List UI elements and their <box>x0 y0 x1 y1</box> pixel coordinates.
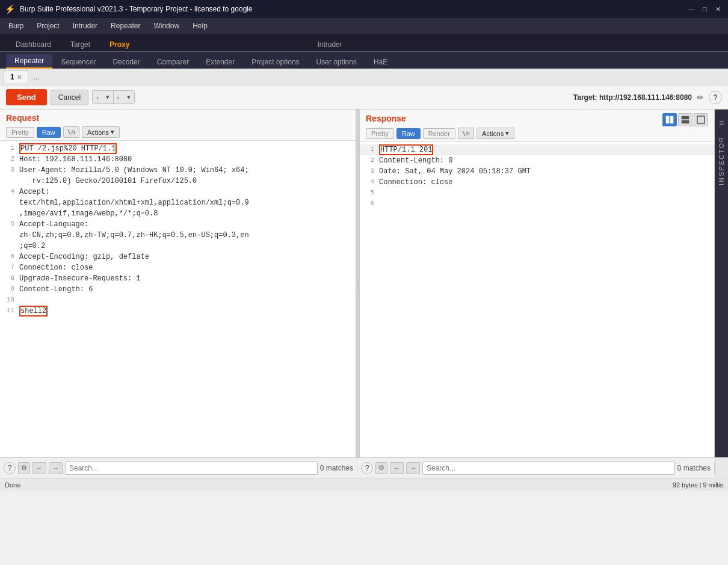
resp-code-line-4: 4 Connection: close <box>360 177 714 188</box>
response-pretty-btn[interactable]: Pretty <box>366 128 394 139</box>
app-icon: ⚡ <box>5 4 15 14</box>
line-content-11: shell2 <box>19 306 48 316</box>
menu-burp[interactable]: Burp <box>2 20 29 32</box>
request-raw-btn[interactable]: Raw <box>37 127 61 138</box>
nav-forward-button[interactable]: › <box>114 91 123 103</box>
resp-line-content-3: Date: Sat, 04 May 2024 05:18:37 GMT <box>379 166 531 177</box>
request-tab-1[interactable]: 1 ✕ <box>4 70 28 83</box>
line-content-5: Accept-Language: <box>19 219 88 230</box>
subtab-user-options[interactable]: User options <box>308 55 365 69</box>
target-label: Target: http://192.168.111.146:8080 <box>138 93 693 102</box>
svg-rect-2 <box>682 116 689 119</box>
tab-target[interactable]: Target <box>61 38 100 51</box>
line-content-4b: text/html,application/xhtml+xml,applicat… <box>19 197 249 208</box>
tab-close-icon[interactable]: ✕ <box>17 74 22 81</box>
tab-intruder[interactable]: Intruder <box>307 38 351 51</box>
code-line-9: 9 Content-Length: 6 <box>0 284 356 295</box>
line-content-8: Upgrade-Insecure-Requests: 1 <box>19 273 141 284</box>
tab-proxy[interactable]: Proxy <box>100 38 139 51</box>
line-num-5c <box>2 241 14 252</box>
line-content-4c: ,image/avif,image/webp,*/*;q=0.8 <box>19 208 158 219</box>
send-button[interactable]: Send <box>6 89 47 105</box>
target-help-button[interactable]: ? <box>709 91 722 104</box>
tab-tray: 1 ✕ … <box>0 69 728 85</box>
tab-dashboard[interactable]: Dashboard <box>6 38 61 51</box>
response-matches-label: 0 matches <box>677 464 711 472</box>
menu-project[interactable]: Project <box>31 20 65 32</box>
cancel-button[interactable]: Cancel <box>51 90 88 105</box>
actions-label: Actions <box>87 129 109 136</box>
line-num-9: 9 <box>2 284 14 295</box>
response-panel-toolbar: Pretty Raw Render \n Actions ▾ <box>366 126 708 140</box>
response-raw-btn[interactable]: Raw <box>396 128 421 139</box>
response-render-btn[interactable]: Render <box>423 128 455 139</box>
response-search-input[interactable] <box>422 462 675 475</box>
subtab-comparer[interactable]: Comparer <box>149 55 197 69</box>
subtab-repeater[interactable]: Repeater <box>6 54 52 69</box>
view-single-btn[interactable] <box>694 113 708 126</box>
req-search-help-btn[interactable]: ? <box>4 462 16 474</box>
view-split-vert-btn[interactable] <box>662 113 677 126</box>
subtab-decoder[interactable]: Decoder <box>104 55 148 69</box>
close-button[interactable]: ✕ <box>712 4 723 14</box>
code-line-5: 5 Accept-Language: <box>0 219 356 230</box>
target-edit-button[interactable]: ✏ <box>696 91 705 103</box>
req-search-back-btn[interactable]: ← <box>32 462 46 474</box>
line-num-8: 8 <box>2 273 14 284</box>
response-actions-label: Actions <box>482 130 504 137</box>
req-search-forward-btn[interactable]: → <box>49 462 63 474</box>
menu-repeater[interactable]: Repeater <box>105 20 146 32</box>
resp-search-back-btn[interactable]: ← <box>390 462 404 474</box>
request-search-input[interactable] <box>65 462 318 475</box>
code-line-3b: rv:125.0) Gecko/20100101 Firefox/125.0 <box>0 176 356 187</box>
response-panel-header: Response Pretty Raw Render \n <box>360 110 714 142</box>
inspector-menu-icon[interactable]: ≡ <box>717 116 726 130</box>
subtab-project-options[interactable]: Project options <box>243 55 307 69</box>
code-line-7: 7 Connection: close <box>0 262 356 273</box>
menu-help[interactable]: Help <box>187 20 214 32</box>
response-actions-btn[interactable]: Actions ▾ <box>477 128 514 139</box>
resp-search-forward-btn[interactable]: → <box>406 462 420 474</box>
nav-back-button[interactable]: ‹ <box>93 91 102 103</box>
request-tab-more[interactable]: … <box>28 71 45 83</box>
actions-dropdown-icon: ▾ <box>111 128 114 136</box>
line-num-3b <box>2 176 14 187</box>
subtab-sequencer[interactable]: Sequencer <box>52 55 104 69</box>
subtab-extender[interactable]: Extender <box>197 55 243 69</box>
req-search-settings-btn[interactable]: ⚙ <box>18 462 30 474</box>
minimize-button[interactable]: — <box>686 4 697 14</box>
request-panel-title: Request <box>6 113 350 123</box>
maximize-button[interactable]: □ <box>699 4 710 14</box>
menu-window[interactable]: Window <box>147 20 185 32</box>
resp-search-help-btn[interactable]: ? <box>361 462 373 474</box>
resp-code-line-1: 1 HTTP/1.1 201 <box>360 144 714 155</box>
line-content-9: Content-Length: 6 <box>19 284 93 295</box>
toolbar: Send Cancel ‹ ▾ › ▾ Target: http://192.1… <box>0 85 728 110</box>
view-split-horiz-btn[interactable] <box>678 113 693 126</box>
response-search-panel: ? ⚙ ← → 0 matches <box>357 462 715 475</box>
resp-search-settings-btn[interactable]: ⚙ <box>375 462 387 474</box>
response-n-btn[interactable]: \n <box>458 128 474 139</box>
resp-line-num-3: 3 <box>362 166 374 177</box>
request-n-btn[interactable]: \n <box>63 126 79 138</box>
response-code-area[interactable]: 1 HTTP/1.1 201 2 Content-Length: 0 3 Dat… <box>360 142 714 457</box>
inspector-panel: ≡ INSPECTOR <box>715 110 728 457</box>
title-bar: ⚡ Burp Suite Professional v2021.3 - Temp… <box>0 0 728 18</box>
request-pretty-btn[interactable]: Pretty <box>6 127 34 138</box>
nav-forward-drop-button[interactable]: ▾ <box>123 91 134 103</box>
tab-label: 1 <box>10 73 14 81</box>
request-actions-btn[interactable]: Actions ▾ <box>82 126 120 138</box>
line-num-6: 6 <box>2 252 14 262</box>
menu-intruder[interactable]: Intruder <box>67 20 103 32</box>
response-panel: Response Pretty Raw Render \n <box>360 110 715 457</box>
code-line-4c: ,image/avif,image/webp,*/*;q=0.8 <box>0 208 356 219</box>
line-num-4: 4 <box>2 187 14 197</box>
line-content-1: PUT /2.jsp%20 HTTP/1.1 <box>19 143 117 154</box>
request-search-panel: ? ⚙ ← → 0 matches <box>0 462 357 475</box>
line-num-4b <box>2 197 14 208</box>
subtab-hae[interactable]: HaE <box>365 55 396 69</box>
line-num-2: 2 <box>2 154 14 165</box>
request-code-area[interactable]: 1 PUT /2.jsp%20 HTTP/1.1 2 Host: 192.168… <box>0 141 356 457</box>
sub-tabs: Repeater Sequencer Decoder Comparer Exte… <box>0 52 728 69</box>
nav-back-drop-button[interactable]: ▾ <box>102 91 113 103</box>
